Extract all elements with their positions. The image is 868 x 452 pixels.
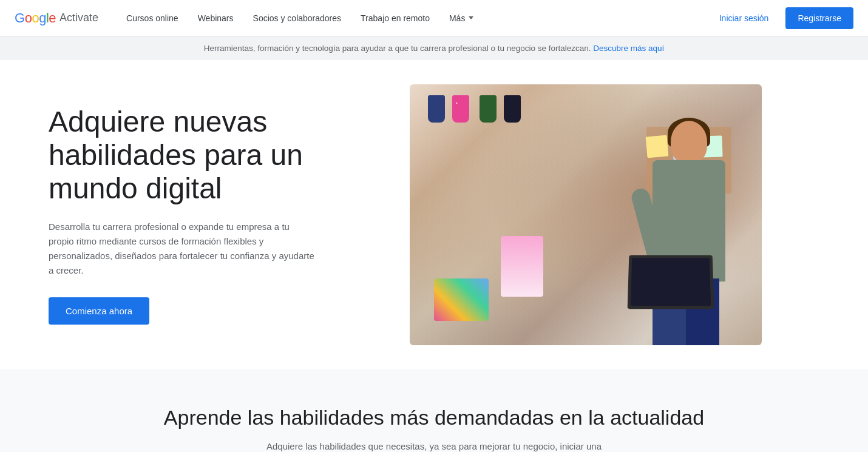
laptop-screen [631, 258, 711, 306]
announcement-bar: Herramientas, formación y tecnología par… [0, 36, 868, 60]
announcement-text: Herramientas, formación y tecnología par… [204, 44, 591, 53]
nav-links: Cursos online Webinars Socios y colabora… [118, 8, 710, 28]
nav-mas-label: Más [449, 13, 465, 23]
logo-letter-e: e [49, 10, 56, 26]
google-wordmark: Google [15, 10, 56, 26]
nav-webinars[interactable]: Webinars [189, 8, 242, 28]
logo-letter-o2: o [32, 10, 39, 26]
skills-section: Aprende las habilidades más demandadas e… [0, 369, 868, 452]
nav-right: Iniciar sesión Registrarse [710, 7, 853, 29]
sock-decoration-1 [428, 95, 445, 123]
logo-letter-g: G [15, 10, 25, 26]
navbar: Google Activate Cursos online Webinars S… [0, 0, 868, 36]
cta-button[interactable]: Comienza ahora [49, 297, 149, 325]
nav-socios[interactable]: Socios y colaboradores [245, 8, 350, 28]
sock-decoration-4 [504, 95, 521, 123]
pink-fabric [501, 236, 543, 297]
hero-section: Adquiere nuevas habilidades para un mund… [0, 60, 868, 369]
nav-cursos-online[interactable]: Cursos online [118, 8, 187, 28]
laptop [628, 255, 714, 309]
hero-photo [410, 84, 762, 345]
sock-decoration-2 [452, 95, 469, 123]
hero-image [352, 84, 819, 345]
signin-button[interactable]: Iniciar sesión [710, 8, 779, 28]
skills-title: Aprende las habilidades más demandadas e… [15, 406, 853, 430]
logo-letter-g2: g [39, 10, 46, 26]
nav-trabajo-remoto[interactable]: Trabajo en remoto [352, 8, 438, 28]
logo-letter-o1: o [25, 10, 32, 26]
activate-wordmark: Activate [59, 12, 98, 24]
hero-subtitle: Desarrolla tu carrera profesional o expa… [49, 220, 316, 278]
person-figure [634, 115, 744, 345]
register-button[interactable]: Registrarse [785, 7, 853, 29]
hero-content: Adquiere nuevas habilidades para un mund… [49, 105, 352, 325]
nav-mas[interactable]: Más [441, 8, 482, 28]
hero-title: Adquiere nuevas habilidades para un mund… [49, 105, 328, 206]
skills-subtitle: Adquiere las habilidades que necesitas, … [264, 439, 604, 452]
person-head [671, 121, 707, 163]
sock-decoration-3 [480, 95, 497, 123]
chevron-down-icon [469, 16, 473, 19]
colorful-bag [434, 278, 489, 321]
logo[interactable]: Google Activate [15, 10, 98, 26]
announcement-link[interactable]: Descubre más aquí [593, 44, 664, 53]
